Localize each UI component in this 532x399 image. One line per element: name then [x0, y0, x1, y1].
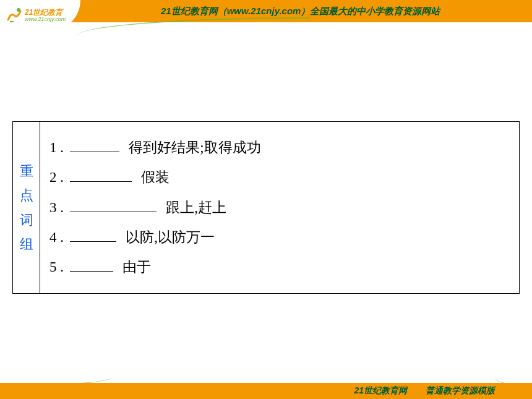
- tagline-text: 全国最大的中小学教育资源网站: [310, 6, 440, 16]
- item-definition: 得到好结果;取得成功: [129, 140, 260, 155]
- vocab-item: 2 . 假装: [49, 163, 510, 192]
- item-definition: 以防,以防万一: [126, 230, 215, 245]
- table-heading-column: 重 点 词 组: [13, 122, 40, 293]
- svg-point-0: [17, 8, 20, 12]
- vocab-item: 3 . 跟上,赶上: [49, 193, 510, 223]
- logo-url: www.21cnjy.com: [25, 16, 66, 23]
- heading-char: 重: [20, 159, 33, 184]
- heading-char: 词: [20, 208, 33, 233]
- table-heading: 重 点 词 组: [20, 159, 33, 257]
- fill-blank[interactable]: [70, 135, 119, 152]
- header-tagline: 21世纪教育网（www.21cnjy.com）全国最大的中小学教育资源网站: [161, 6, 440, 17]
- footer-brand: 21世纪教育网: [354, 385, 407, 395]
- content-area: 重 点 词 组 1 . 得到好结果;取得成功 2 . 假装 3 . 跟上,赶上 …: [0, 22, 532, 294]
- item-number: 5 .: [49, 259, 64, 275]
- logo-cn: 21世纪教育: [25, 9, 66, 16]
- vocab-item: 5 . 由于: [49, 252, 510, 282]
- item-number: 1 .: [49, 140, 64, 155]
- fill-blank[interactable]: [70, 165, 132, 182]
- vocab-item: 4 . 以防,以防万一: [49, 223, 510, 252]
- header-bar: 21世纪教育 www.21cnjy.com 21世纪教育网（www.21cnjy…: [0, 0, 532, 22]
- fill-blank[interactable]: [70, 225, 116, 242]
- item-definition: 由于: [122, 259, 151, 275]
- fill-blank[interactable]: [70, 255, 113, 272]
- brand-url: （www.21cnjy.com）: [218, 6, 311, 16]
- footer-bar: 21世纪教育网普通教学资源模版: [0, 383, 532, 399]
- item-number: 2 .: [49, 169, 64, 185]
- item-number: 3 .: [49, 200, 64, 215]
- table-content-column: 1 . 得到好结果;取得成功 2 . 假装 3 . 跟上,赶上 4 . 以防,以…: [40, 122, 519, 293]
- vocab-item: 1 . 得到好结果;取得成功: [49, 133, 510, 163]
- heading-char: 点: [20, 183, 33, 208]
- footer-text: 21世纪教育网普通教学资源模版: [354, 385, 495, 397]
- header-curve: [77, 17, 309, 36]
- logo-text: 21世纪教育 www.21cnjy.com: [25, 9, 66, 23]
- item-definition: 假装: [141, 169, 169, 185]
- item-definition: 跟上,赶上: [166, 200, 226, 215]
- item-number: 4 .: [49, 230, 64, 245]
- footer-template: 普通教学资源模版: [426, 385, 495, 395]
- logo-icon: [5, 6, 24, 25]
- heading-char: 组: [20, 232, 33, 257]
- brand-text: 21世纪教育网: [161, 6, 218, 16]
- fill-blank[interactable]: [70, 195, 157, 212]
- vocab-table: 重 点 词 组 1 . 得到好结果;取得成功 2 . 假装 3 . 跟上,赶上 …: [12, 121, 520, 294]
